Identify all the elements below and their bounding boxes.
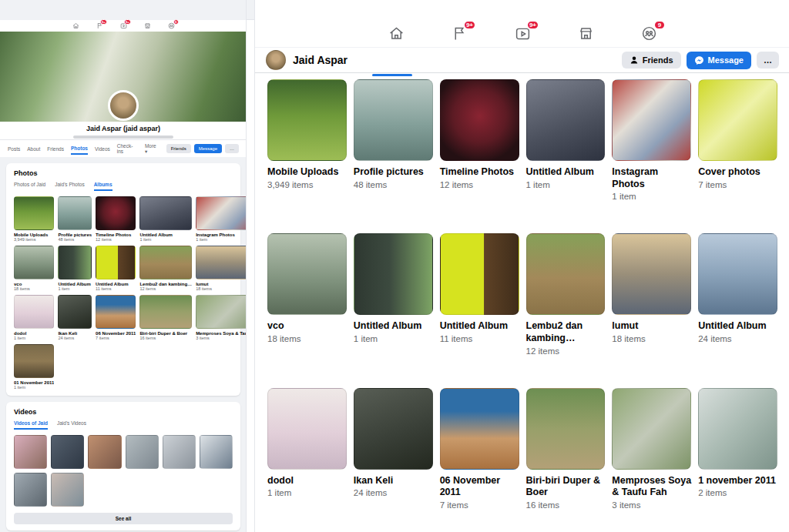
album-card-mini[interactable]: Untitled Album 1 item (139, 196, 192, 242)
album-card-mini[interactable]: Timeline Photos 12 items (96, 196, 136, 242)
album-item-count: 7 items (698, 180, 777, 189)
album-card[interactable]: Memproses Soya & Taufu Fah 3 items (612, 388, 691, 510)
messenger-icon (694, 55, 704, 65)
profile-header-bar: Jaid Aspar Friends Message … (255, 48, 789, 73)
subtab-albums[interactable]: Albums (94, 182, 112, 191)
video-thumbnail[interactable] (126, 435, 159, 469)
facebook-albums-page: 9+ 9+ 9 Jaid Aspar (jaid aspar) Posts Ab… (0, 0, 789, 532)
tab-checkins[interactable]: Check-ins (117, 141, 138, 156)
watch-icon[interactable]: 9+ (120, 22, 127, 29)
album-item-count: 18 items (267, 334, 347, 343)
message-button[interactable]: Message (687, 52, 751, 69)
tab-videos[interactable]: Videos (95, 144, 110, 154)
tab-about[interactable]: About (27, 144, 40, 154)
groups-icon[interactable]: 9 (640, 25, 658, 43)
tab-more[interactable]: More ▾ (145, 141, 159, 157)
video-thumbnail[interactable] (51, 435, 84, 469)
album-card-mini[interactable]: 06 November 2011 7 items (96, 295, 136, 340)
album-name: Timeline Photos (440, 166, 519, 179)
tab-photos[interactable]: Photos (71, 143, 88, 155)
album-card-mini[interactable]: dodol 1 item (14, 295, 54, 340)
album-item-count: 48 items (58, 237, 92, 242)
home-icon[interactable] (387, 25, 405, 43)
album-card[interactable]: 06 November 2011 7 items (440, 388, 519, 510)
album-card-mini[interactable]: Untitled Album 1 item (58, 246, 92, 291)
video-thumbnail[interactable] (14, 435, 47, 469)
album-thumbnail (354, 388, 433, 470)
album-card-mini[interactable]: Untitled Album 11 items (96, 246, 136, 291)
album-card-mini[interactable]: Lembu2 dan kambing… 12 items (139, 246, 192, 291)
album-card[interactable]: 1 november 2011 2 items (698, 388, 777, 510)
album-card[interactable]: Untitled Album 24 items (698, 233, 777, 355)
album-card-mini[interactable]: Mobile Uploads 3,949 items (14, 196, 54, 242)
subtab-own-videos[interactable]: Jaid's Videos (57, 420, 86, 430)
album-thumbnail (354, 79, 433, 161)
album-card[interactable]: vco 18 items (267, 233, 347, 355)
more-options-button-mini[interactable]: … (225, 144, 239, 153)
videos-card-title: Videos (14, 408, 233, 416)
video-thumbnail[interactable] (200, 435, 233, 469)
album-thumbnail (440, 388, 519, 470)
album-item-count: 2 items (698, 488, 777, 497)
album-card[interactable]: dodol 1 item (267, 388, 347, 510)
top-nav: 9+ 9+ 9 (255, 20, 789, 48)
album-card-mini[interactable]: vco 18 items (14, 246, 54, 291)
album-name: lumut (612, 320, 691, 333)
watch-icon[interactable]: 9+ (513, 25, 532, 43)
album-card-mini[interactable]: Ikan Keli 24 items (58, 295, 92, 340)
album-card[interactable]: Mobile Uploads 3,949 items (267, 79, 347, 201)
album-card[interactable]: Lembu2 dan kambing… 12 items (526, 233, 606, 355)
subtab-videos-of[interactable]: Videos of Jaid (14, 420, 48, 430)
videos-card: Videos Videos of Jaid Jaid's Videos (6, 402, 240, 530)
friends-button-mini[interactable]: Friends (166, 144, 191, 153)
see-all-button[interactable]: See all (14, 513, 233, 524)
groups-icon[interactable]: 9 (168, 22, 175, 29)
album-card[interactable]: lumut 18 items (612, 233, 691, 355)
album-item-count: 1 item (58, 286, 92, 291)
video-thumbnail[interactable] (88, 435, 121, 469)
video-thumbnail[interactable] (163, 435, 196, 469)
pages-icon[interactable]: 9+ (96, 22, 103, 29)
tab-friends[interactable]: Friends (47, 144, 64, 154)
marketplace-icon[interactable] (144, 22, 151, 29)
marketplace-icon[interactable] (576, 25, 595, 43)
album-card-mini[interactable]: Memproses Soya & Taufu Fah 3 items (196, 295, 247, 340)
album-card[interactable]: Cover photos 7 items (698, 79, 777, 201)
album-card-mini[interactable]: 01 November 2011 1 item (14, 344, 54, 390)
photos-card-title: Photos (14, 169, 233, 177)
album-card[interactable]: Untitled Album 1 item (354, 233, 433, 355)
friends-button[interactable]: Friends (622, 52, 681, 69)
album-card[interactable]: Profile pictures 48 items (354, 79, 433, 201)
album-thumbnail (14, 196, 54, 230)
album-card[interactable]: Timeline Photos 12 items (440, 79, 519, 201)
profile-overview-panel: 9+ 9+ 9 Jaid Aspar (jaid aspar) Posts Ab… (0, 0, 247, 532)
album-item-count: 7 items (96, 336, 136, 340)
album-item-count: 18 items (14, 286, 54, 291)
subtab-photos-of[interactable]: Photos of Jaid (14, 182, 45, 191)
album-card[interactable]: Instagram Photos 1 item (612, 79, 691, 201)
album-card[interactable]: Ikan Keli 24 items (354, 388, 433, 510)
video-thumbnail[interactable] (51, 473, 84, 507)
home-icon[interactable] (72, 22, 79, 29)
message-button-mini[interactable]: Message (194, 144, 222, 153)
album-card[interactable]: Untitled Album 11 items (440, 233, 519, 355)
album-thumbnail (196, 295, 247, 329)
album-thumbnail (612, 233, 691, 315)
tab-posts[interactable]: Posts (8, 144, 20, 154)
album-card[interactable]: Biri-biri Duper & Boer 16 items (526, 388, 606, 510)
album-card-mini[interactable]: Profile pictures 48 items (58, 196, 92, 242)
album-card[interactable]: Untitled Album 1 item (526, 79, 606, 201)
album-name: Memproses Soya & Taufu Fah (612, 475, 691, 499)
album-card-mini[interactable]: Biri-biri Duper & Boer 16 items (139, 295, 192, 340)
pages-icon[interactable]: 9+ (450, 25, 468, 43)
profile-picture[interactable] (108, 90, 139, 121)
subtab-own-photos[interactable]: Jaid's Photos (55, 182, 84, 191)
album-card-mini[interactable]: Instagram Photos 1 item (196, 196, 247, 242)
avatar[interactable] (266, 50, 286, 70)
album-grid: Mobile Uploads 3,949 items Profile pictu… (255, 79, 789, 532)
video-thumbnail[interactable] (14, 473, 47, 507)
more-options-button[interactable]: … (757, 52, 779, 69)
album-item-count: 1 item (14, 336, 54, 340)
album-card-mini[interactable]: lumut 18 items (196, 246, 247, 291)
person-icon (630, 55, 639, 65)
